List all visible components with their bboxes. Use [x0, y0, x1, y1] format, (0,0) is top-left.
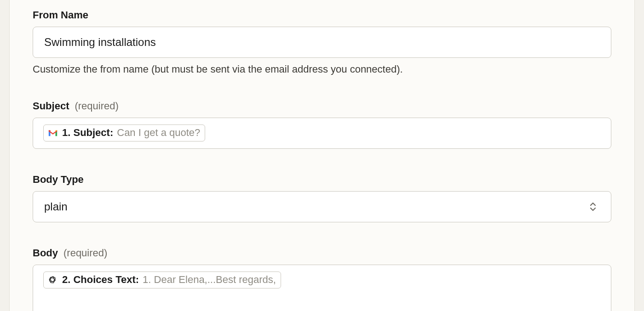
gmail-icon [47, 127, 58, 138]
from-name-help: Customize the from name (but must be sen… [33, 63, 611, 75]
body-input[interactable]: 2. Choices Text: 1. Dear Elena,...Best r… [33, 265, 611, 311]
label-row: Body Type [33, 174, 611, 186]
form-panel: From Name Swimming installations Customi… [9, 0, 635, 311]
body-type-value: plain [44, 200, 68, 213]
from-name-label: From Name [33, 9, 88, 21]
label-row: Subject (required) [33, 100, 611, 112]
subject-token[interactable]: 1. Subject: Can I get a quote? [43, 124, 205, 141]
body-token-prefix: 2. Choices Text: [62, 273, 139, 287]
body-token[interactable]: 2. Choices Text: 1. Dear Elena,...Best r… [43, 271, 281, 288]
subject-input[interactable]: 1. Subject: Can I get a quote? [33, 118, 611, 149]
subject-label: Subject [33, 100, 69, 112]
openai-icon [47, 274, 58, 285]
field-from-name: From Name Swimming installations Customi… [33, 0, 611, 75]
from-name-input[interactable]: Swimming installations [33, 27, 611, 58]
body-token-value: 1. Dear Elena,...Best regards, [143, 273, 276, 287]
subject-token-value: Can I get a quote? [117, 126, 200, 140]
body-label: Body [33, 247, 58, 259]
chevron-up-down-icon [589, 201, 597, 212]
body-required: (required) [63, 247, 107, 259]
body-type-label: Body Type [33, 174, 84, 186]
viewport: From Name Swimming installations Customi… [0, 0, 644, 311]
field-body: Body (required) 2. Choices Tex [33, 238, 611, 311]
label-row: Body (required) [33, 247, 611, 259]
body-type-select[interactable]: plain [33, 191, 611, 222]
from-name-value: Swimming installations [44, 36, 156, 49]
subject-token-prefix: 1. Subject: [62, 126, 113, 140]
field-body-type: Body Type plain [33, 164, 611, 222]
label-row: From Name [33, 9, 611, 21]
subject-required: (required) [75, 100, 118, 112]
field-subject: Subject (required) 1. [33, 91, 611, 149]
